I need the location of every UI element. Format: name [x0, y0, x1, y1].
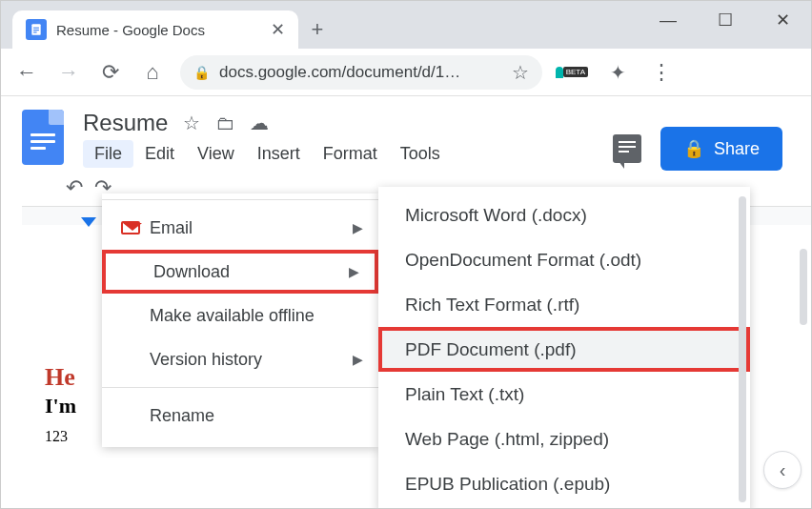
window-close[interactable]: ✕: [754, 1, 811, 39]
menu-version-history[interactable]: Version history ▶: [102, 337, 378, 381]
document-canvas[interactable]: He I'm 123: [45, 363, 76, 445]
side-panel-scrollbar[interactable]: [800, 249, 807, 325]
extensions-icon[interactable]: ✦: [601, 56, 634, 89]
submenu-arrow-icon: ▶: [353, 220, 363, 235]
docs-favicon: [26, 19, 47, 40]
download-html[interactable]: Web Page (.html, zipped): [378, 417, 750, 461]
share-button[interactable]: 🔒 Share: [660, 127, 782, 171]
svg-rect-2: [33, 30, 39, 31]
window-minimize[interactable]: —: [639, 1, 697, 39]
download-submenu: Microsoft Word (.docx) OpenDocument Form…: [378, 187, 750, 509]
menu-tools[interactable]: Tools: [389, 140, 452, 168]
omnibox[interactable]: 🔒 docs.google.com/document/d/1… ☆: [180, 55, 542, 90]
tab-title: Resume - Google Docs: [56, 22, 261, 38]
browser-tab[interactable]: Resume - Google Docs ✕: [12, 10, 298, 49]
menu-edit[interactable]: Edit: [133, 140, 186, 168]
google-docs-logo[interactable]: [22, 110, 64, 165]
document-title[interactable]: Resume: [83, 110, 168, 136]
address-bar: ← → ⟳ ⌂ 🔒 docs.google.com/document/d/1… …: [1, 49, 811, 96]
submenu-arrow-icon: ▶: [349, 264, 359, 279]
bookmark-star-icon[interactable]: ☆: [512, 61, 529, 84]
download-pdf[interactable]: PDF Document (.pdf): [378, 327, 750, 372]
tab-close-icon[interactable]: ✕: [271, 19, 285, 40]
chrome-menu-icon[interactable]: ⋮: [647, 58, 676, 87]
forward-button[interactable]: →: [54, 58, 83, 87]
doc-heading-2: I'm: [45, 394, 76, 418]
back-button[interactable]: ←: [12, 58, 41, 87]
star-icon[interactable]: ☆: [183, 112, 200, 134]
download-odt[interactable]: OpenDocument Format (.odt): [378, 237, 750, 282]
doc-heading-1: He: [45, 363, 76, 392]
undo-icon[interactable]: ↶: [66, 175, 83, 200]
reload-button[interactable]: ⟳: [96, 58, 125, 87]
download-txt[interactable]: Plain Text (.txt): [378, 372, 750, 417]
comments-icon[interactable]: [613, 134, 641, 163]
lock-icon: 🔒: [193, 65, 210, 80]
menu-rename[interactable]: Rename: [102, 394, 378, 438]
cloud-status-icon[interactable]: ☁: [250, 112, 269, 134]
menu-format[interactable]: Format: [312, 140, 389, 168]
submenu-scrollbar[interactable]: [739, 196, 746, 502]
svg-rect-1: [33, 28, 39, 29]
menu-download[interactable]: Download ▶: [102, 250, 378, 294]
svg-rect-3: [33, 31, 37, 32]
beta-extension-icon[interactable]: BETA: [556, 56, 588, 89]
submenu-arrow-icon: ▶: [353, 352, 363, 367]
menu-insert[interactable]: Insert: [246, 140, 312, 168]
doc-text: 123: [45, 428, 76, 445]
move-folder-icon[interactable]: 🗀: [215, 112, 234, 134]
menu-make-available-offline[interactable]: Make available offline: [102, 294, 378, 337]
menu-file[interactable]: File: [83, 140, 133, 168]
url-text: docs.google.com/document/d/1…: [219, 63, 502, 82]
indent-marker[interactable]: [81, 217, 96, 227]
menu-view[interactable]: View: [186, 140, 246, 168]
file-menu-dropdown: Email ▶ Download ▶ Make available offlin…: [102, 193, 378, 447]
explore-chevron-icon[interactable]: ‹: [763, 451, 802, 489]
download-docx[interactable]: Microsoft Word (.docx): [378, 193, 750, 237]
menu-email[interactable]: Email ▶: [102, 206, 378, 250]
gmail-icon: [121, 221, 150, 234]
download-rtf[interactable]: Rich Text Format (.rtf): [378, 282, 750, 327]
download-epub[interactable]: EPUB Publication (.epub): [378, 461, 750, 506]
new-tab-button[interactable]: +: [298, 10, 336, 49]
home-button[interactable]: ⌂: [138, 58, 167, 87]
lock-icon: 🔒: [683, 138, 704, 159]
window-maximize[interactable]: ☐: [697, 1, 754, 39]
